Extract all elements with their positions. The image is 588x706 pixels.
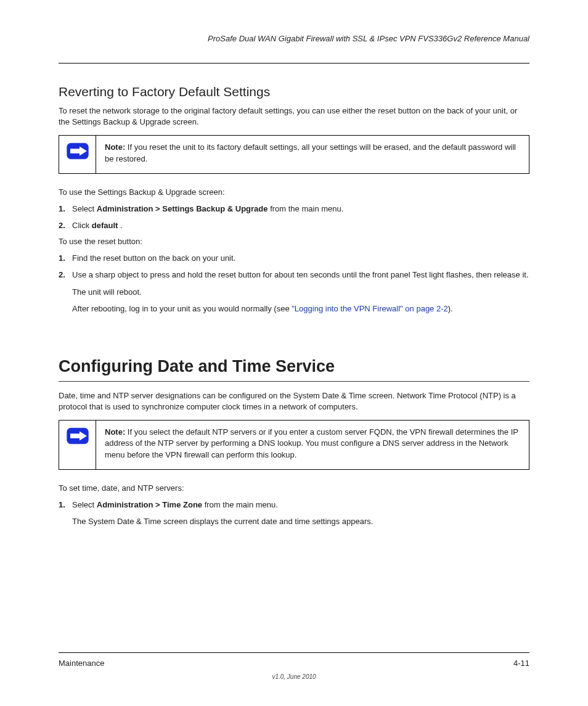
note-text-1: Note: If you reset the unit to its facto… <box>96 136 529 173</box>
time-step-1-text: Select Administration > Time Zone from t… <box>72 499 529 511</box>
step-1-num: 1. <box>59 203 72 215</box>
note-label-2: Note: <box>105 427 125 437</box>
arrow-note-icon <box>67 142 89 160</box>
footer-center: v1.0, June 2010 <box>0 673 588 680</box>
footer-rule <box>59 652 529 653</box>
step-2-text: Click default . <box>72 220 529 232</box>
note-body-2: If you select the default NTP servers or… <box>105 427 518 459</box>
section-title: Reverting to Factory Default Settings <box>59 84 529 99</box>
note-box-1: Note: If you reset the unit to its facto… <box>59 135 529 173</box>
page-container: ProSafe Dual WAN Gigabit Firewall with S… <box>0 0 588 706</box>
footer-right: 4-11 <box>513 659 529 668</box>
steps-lead-1: To use the Settings Backup & Upgrade scr… <box>59 187 529 197</box>
step-1: 1. Select Administration > Settings Back… <box>59 203 529 215</box>
note-body-1: If you reset the unit to its factory def… <box>105 142 516 163</box>
arrow-note-icon <box>67 427 89 445</box>
reset-step-2-text: Use a sharp object to press and hold the… <box>72 269 529 281</box>
note-text-2: Note: If you select the default NTP serv… <box>96 421 529 469</box>
footer-left: Maintenance <box>59 659 104 668</box>
note-icon-cell <box>59 136 96 173</box>
header-title-text: ProSafe Dual WAN Gigabit Firewall with S… <box>208 34 529 43</box>
reset-lead: To use the reset button: <box>59 237 529 246</box>
note-box-2: Note: If you select the default NTP serv… <box>59 420 529 470</box>
svg-rect-4 <box>70 433 80 438</box>
time-step-after: The System Date & Time screen displays t… <box>72 515 529 528</box>
header-rule <box>59 63 529 64</box>
reset-outro-2: After rebooting, log in to your unit as … <box>72 303 529 315</box>
intro-paragraph: To reset the network storage to the orig… <box>59 105 529 128</box>
reset-outro-link[interactable]: "Logging into the VPN Firewall" on page … <box>292 304 448 313</box>
step-2: 2. Click default . <box>59 220 529 232</box>
time-step-1-num: 1. <box>59 499 72 511</box>
steps-lead-2: To set time, date, and NTP servers: <box>59 483 529 493</box>
reset-step-2-num: 2. <box>59 269 72 281</box>
time-step-1: 1. Select Administration > Time Zone fro… <box>59 499 529 511</box>
note-label-1: Note: <box>105 142 125 152</box>
para-date-time: Date, time and NTP server designations c… <box>59 390 529 413</box>
reset-step-2: 2. Use a sharp object to press and hold … <box>59 269 529 281</box>
note-icon-cell-2 <box>59 421 96 469</box>
reset-outro-1: The unit will reboot. <box>72 286 529 298</box>
section-rule-2 <box>59 381 529 382</box>
header-title: ProSafe Dual WAN Gigabit Firewall with S… <box>59 34 529 43</box>
heading-date-time: Configuring Date and Time Service <box>59 357 529 376</box>
svg-rect-1 <box>70 149 80 154</box>
reset-step-1-num: 1. <box>59 252 72 265</box>
footer-row: Maintenance 4-11 <box>59 659 529 668</box>
reset-step-1-text: Find the reset button on the back on you… <box>72 252 529 265</box>
step-1-text: Select Administration > Settings Backup … <box>72 203 529 215</box>
step-2-num: 2. <box>59 220 72 232</box>
reset-step-1: 1. Find the reset button on the back on … <box>59 252 529 265</box>
